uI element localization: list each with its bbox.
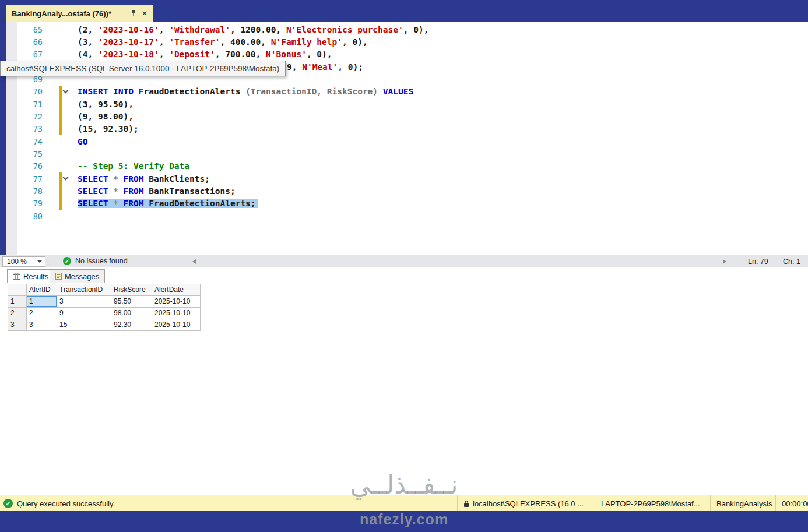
code-text[interactable]: (15, 92.30); (78, 124, 139, 133)
status-server: localhost\SQLEXPRESS (16.0 ... (473, 499, 584, 508)
code-line[interactable]: 72(9, 98.00), (6, 110, 808, 122)
line-number[interactable]: 67 (6, 50, 44, 59)
line-number[interactable]: 79 (6, 199, 44, 208)
outline-guide (68, 185, 68, 197)
results-panel: Results Messages AlertIDTransactionIDRis… (0, 267, 808, 495)
tab-messages[interactable]: Messages (50, 269, 105, 283)
editor-margin (44, 172, 78, 185)
results-grid-icon (13, 273, 20, 280)
outline-guide (68, 123, 68, 135)
close-icon[interactable]: ✕ (140, 9, 149, 18)
code-line[interactable]: 78SELECT * FROM BankTransactions; (6, 185, 808, 197)
editor-bottom-bar: 100 % ✓ No issues found Ln: 79 Ch: 1 (0, 255, 808, 267)
grid-cell[interactable]: 2025-10-10 (152, 308, 201, 319)
grid-header-cell[interactable]: RiskScore (111, 284, 152, 296)
line-number[interactable]: 65 (6, 25, 44, 34)
outline-guide (68, 98, 68, 110)
code-line[interactable]: 80 (6, 210, 808, 222)
line-number[interactable]: 70 (6, 87, 44, 96)
code-text[interactable]: SELECT * FROM FraudDetectionAlerts; (78, 199, 258, 208)
line-position: Ln: 79 (748, 258, 768, 266)
server-tooltip: calhost\SQLEXPRESS (SQL Server 16.0.1000… (0, 61, 286, 76)
grid-row-header[interactable]: 2 (8, 308, 27, 319)
code-text[interactable]: SELECT * FROM BankClients; (78, 174, 210, 184)
watermark-latin: nafezly.com (0, 511, 808, 528)
grid-cell[interactable]: 2025-10-10 (152, 296, 201, 308)
code-line[interactable]: 74GO (6, 135, 808, 147)
scroll-left-icon[interactable] (192, 259, 196, 264)
tab-messages-label: Messages (65, 272, 99, 281)
code-line[interactable]: 67(4, '2023-10-18', 'Deposit', 700.00, N… (6, 48, 808, 61)
grid-header-cell[interactable]: TransactionID (57, 284, 111, 296)
code-line[interactable]: 71(3, 95.50), (6, 98, 808, 110)
collapse-chevron-icon[interactable] (63, 87, 69, 93)
line-number[interactable]: 72 (6, 112, 44, 121)
pin-icon[interactable] (129, 9, 138, 18)
grid-cell[interactable]: 1 (27, 296, 57, 308)
code-text[interactable]: -- Step 5: Verify Data (78, 161, 189, 171)
grid-corner-cell[interactable] (8, 284, 27, 296)
code-line[interactable]: 66(3, '2023-10-17', 'Transfer', 400.00, … (6, 36, 808, 48)
code-line[interactable]: 77SELECT * FROM BankClients; (6, 172, 808, 185)
code-text[interactable]: (4, '2023-10-18', 'Deposit', 700.00, N'B… (78, 50, 332, 59)
line-number[interactable]: 66 (6, 37, 44, 47)
grid-header-row: AlertIDTransactionIDRiskScoreAlertDate (8, 284, 201, 296)
zoom-select[interactable]: 100 % (2, 256, 45, 267)
tab-results-label: Results (23, 272, 48, 281)
code-line[interactable]: 75 (6, 147, 808, 160)
scroll-right-icon[interactable] (723, 259, 726, 264)
code-line[interactable]: 73(15, 92.30); (6, 123, 808, 135)
code-text[interactable]: (3, 95.50), (78, 100, 134, 109)
grid-cell[interactable]: 3 (57, 296, 111, 308)
code-line[interactable]: 76-- Step 5: Verify Data (6, 160, 808, 172)
application-window: BankingAnaly...ostafa (76))* ✕ 65(2, '20… (0, 0, 808, 532)
bottom-bar: nafezly.com (0, 511, 808, 532)
line-number[interactable]: 75 (6, 149, 44, 158)
code-text[interactable]: GO (78, 137, 87, 146)
grid-cell[interactable]: 92.30 (111, 319, 152, 331)
code-text[interactable]: 9, N'Meal', 0); (287, 62, 363, 72)
status-user-segment: LAPTOP-2P69P598\Mostaf... (595, 495, 710, 512)
zoom-value: 100 % (7, 258, 37, 266)
code-text[interactable]: (9, 98.00), (78, 112, 134, 121)
line-number[interactable]: 71 (6, 100, 44, 109)
grid-header-cell[interactable]: AlertID (27, 284, 57, 296)
code-line[interactable]: 70INSERT INTO FraudDetectionAlerts (Tran… (6, 86, 808, 98)
code-text[interactable]: (2, '2023-10-16', 'Withdrawal', 1200.00,… (78, 25, 428, 34)
grid-cell[interactable]: 9 (57, 308, 111, 319)
grid-row-header[interactable]: 3 (8, 319, 27, 331)
editor-margin (44, 86, 78, 98)
grid-row: 331592.302025-10-10 (8, 319, 201, 331)
grid-cell[interactable]: 98.00 (111, 308, 152, 319)
editor-left-border (0, 22, 6, 255)
collapse-chevron-icon[interactable] (63, 175, 69, 181)
code-text[interactable]: INSERT INTO FraudDetectionAlerts (Transa… (78, 87, 413, 96)
sql-editor[interactable]: 65(2, '2023-10-16', 'Withdrawal', 1200.0… (6, 22, 808, 255)
grid-cell[interactable]: 2025-10-10 (152, 319, 201, 331)
grid-header-cell[interactable]: AlertDate (152, 284, 201, 296)
grid-row-header[interactable]: 1 (8, 296, 27, 308)
line-number[interactable]: 74 (6, 137, 44, 146)
chevron-down-icon (37, 260, 42, 263)
editor-margin (44, 185, 78, 197)
grid-row: 11395.502025-10-10 (8, 296, 201, 308)
code-line[interactable]: 79SELECT * FROM FraudDetectionAlerts; (6, 198, 808, 210)
status-message: Query executed successfully. (17, 499, 115, 508)
line-number[interactable]: 76 (6, 161, 44, 171)
line-number[interactable]: 78 (6, 186, 44, 196)
status-message-group: ✓ Query executed successfully. (3, 495, 115, 512)
document-tab[interactable]: BankingAnaly...ostafa (76))* ✕ (6, 5, 153, 22)
success-check-icon: ✓ (3, 499, 13, 508)
code-line[interactable]: 65(2, '2023-10-16', 'Withdrawal', 1200.0… (6, 23, 808, 36)
line-number[interactable]: 73 (6, 124, 44, 133)
line-number[interactable]: 77 (6, 174, 44, 184)
code-text[interactable]: SELECT * FROM BankTransactions; (78, 186, 236, 196)
grid-cell[interactable]: 2 (27, 308, 57, 319)
line-number[interactable]: 80 (6, 212, 44, 221)
code-text[interactable]: (3, '2023-10-17', 'Transfer', 400.00, N'… (78, 37, 368, 47)
editor-margin (44, 135, 78, 147)
grid-cell[interactable]: 3 (27, 319, 57, 331)
grid-cell[interactable]: 15 (57, 319, 111, 331)
tab-results[interactable]: Results (7, 269, 54, 283)
grid-cell[interactable]: 95.50 (111, 296, 152, 308)
